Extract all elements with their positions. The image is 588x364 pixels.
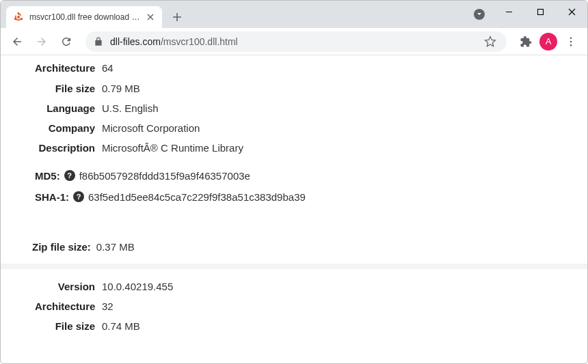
svg-point-0 — [17, 16, 20, 18]
section-divider — [1, 264, 587, 269]
svg-point-5 — [570, 37, 572, 39]
window-close-button[interactable] — [556, 1, 587, 23]
md5-row: MD5: ? f86b5057928fddd315f9a9f46357003e — [35, 170, 567, 182]
zip-size-value: 0.37 MB — [96, 241, 135, 253]
value-architecture: 64 — [95, 60, 113, 76]
help-icon[interactable]: ? — [64, 170, 75, 181]
tab-close-button[interactable] — [146, 12, 155, 22]
zip-size-label: Zip file size: — [32, 241, 91, 253]
label-language: Language — [35, 100, 95, 116]
value-language: U.S. English — [95, 100, 159, 116]
profile-avatar[interactable]: A — [539, 33, 557, 51]
table-row: Version 10.0.40219.473 — [35, 55, 567, 56]
value-filesize: 0.79 MB — [95, 81, 140, 96]
md5-label: MD5: — [35, 170, 60, 182]
table-row: Language U.S. English — [35, 100, 567, 116]
label-version: Version — [35, 279, 95, 294]
value-description: MicrosoftÂ® C Runtime Library — [95, 140, 243, 156]
page-content[interactable]: Version 10.0.40219.473 Architecture 64 F… — [1, 55, 587, 363]
label-filesize: File size — [35, 81, 95, 96]
incognito-indicator-icon[interactable] — [474, 9, 485, 20]
browser-window: msvcr100.dll free download | DL… — [0, 0, 588, 364]
svg-point-6 — [570, 40, 572, 42]
value-filesize: 0.74 MB — [95, 318, 140, 334]
sha1-row: SHA-1: ? 63f5ed1d5ee84c5ca7c229f9f38a51c… — [35, 191, 567, 203]
browser-tab[interactable]: msvcr100.dll free download | DL… — [6, 6, 162, 28]
value-company: Microsoft Corporation — [95, 120, 200, 136]
label-description: Description — [35, 140, 95, 156]
address-bar[interactable]: dll-files.com/msvcr100.dll.html — [85, 31, 507, 52]
new-tab-button[interactable] — [168, 8, 187, 27]
help-icon[interactable]: ? — [73, 191, 84, 202]
back-button[interactable] — [6, 31, 28, 53]
table-row: File size 0.74 MB — [35, 318, 567, 334]
table-row: Company Microsoft Corporation — [35, 120, 567, 136]
value-version: 10.0.40219.473 — [95, 55, 173, 56]
label-architecture: Architecture — [35, 298, 95, 314]
label-architecture: Architecture — [35, 60, 95, 76]
reload-button[interactable] — [55, 31, 77, 53]
label-filesize: File size — [35, 318, 95, 334]
md5-value: f86b5057928fddd315f9a9f46357003e — [79, 170, 250, 182]
window-controls — [493, 1, 587, 23]
favicon-icon — [13, 12, 24, 23]
table-row: File size 0.79 MB — [35, 81, 567, 96]
sha1-value: 63f5ed1d5ee84c5ca7c229f9f38a51c383d9ba39 — [88, 191, 306, 203]
zip-size-row: Zip file size: 0.37 MB — [32, 241, 567, 253]
url-text: dll-files.com/msvcr100.dll.html — [110, 36, 238, 47]
extensions-button[interactable] — [515, 31, 537, 53]
toolbar: dll-files.com/msvcr100.dll.html A — [1, 28, 587, 55]
table-row: Architecture 32 — [35, 298, 567, 314]
window-minimize-button[interactable] — [493, 1, 524, 23]
chrome-menu-button[interactable] — [560, 31, 582, 53]
table-row: Version 10.0.40219.455 — [35, 279, 567, 294]
svg-point-7 — [570, 44, 572, 46]
table-row: Architecture 64 — [35, 60, 567, 76]
label-version: Version — [35, 55, 95, 56]
svg-rect-4 — [537, 9, 543, 14]
label-company: Company — [35, 120, 95, 136]
lock-icon — [94, 37, 103, 46]
page-viewport: Version 10.0.40219.473 Architecture 64 F… — [1, 55, 587, 363]
value-architecture: 32 — [95, 298, 113, 314]
value-version: 10.0.40219.455 — [95, 279, 173, 294]
avatar-letter: A — [546, 36, 552, 46]
titlebar: msvcr100.dll free download | DL… — [1, 1, 587, 28]
tab-title: msvcr100.dll free download | DL… — [29, 12, 140, 22]
bookmark-star-icon[interactable] — [482, 33, 498, 50]
table-row: Description MicrosoftÂ® C Runtime Librar… — [35, 140, 567, 156]
sha1-label: SHA-1: — [35, 191, 69, 203]
window-maximize-button[interactable] — [524, 1, 556, 23]
forward-button[interactable] — [31, 31, 53, 53]
